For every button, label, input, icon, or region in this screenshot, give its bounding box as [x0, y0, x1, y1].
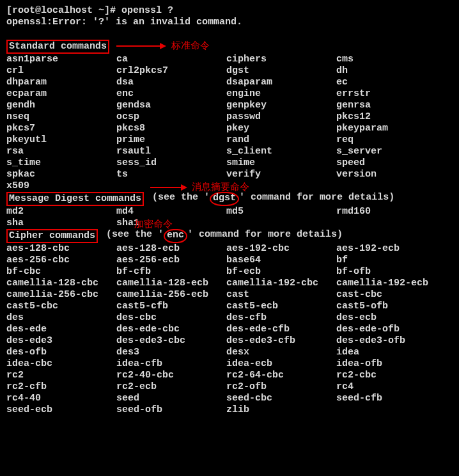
cipher-cmd: idea-cbc: [6, 358, 116, 370]
standard-cmd: dhparam: [6, 77, 116, 88]
cipher-key: enc: [167, 230, 184, 241]
standard-cmd: s_time: [6, 157, 116, 169]
cipher-suffix-post: ' command for more details): [187, 229, 343, 243]
cipher-cmd: [336, 404, 446, 416]
cipher-row: seed-ecbseed-ofbzlib: [6, 404, 453, 416]
cipher-cmd: rc2-40-cbc: [116, 370, 226, 381]
cipher-cmd: seed-ofb: [116, 404, 226, 416]
cipher-header-row: 加密命令 Cipher commands (see the 'enc' comm…: [6, 229, 453, 243]
cipher-cmd: des-ede3: [6, 335, 116, 347]
standard-cmd: x509: [6, 180, 116, 192]
cipher-row: camellia-256-cbccamellia-256-ecbcastcast…: [6, 289, 453, 301]
standard-header: Standard commands: [9, 41, 107, 52]
digest-suffix-post: ' command for more details): [239, 192, 394, 206]
cipher-cmd: base64: [226, 255, 336, 266]
error-line: openssl:Error: '?' is an invalid command…: [6, 17, 453, 28]
cipher-cmd: des-ede-ofb: [336, 324, 446, 335]
dgst-circle: dgst: [210, 192, 239, 206]
cipher-annotation: 加密命令: [134, 218, 173, 230]
standard-annotation: 标准命令: [171, 40, 210, 51]
cipher-cmd: des-cbc: [116, 312, 226, 324]
cipher-row: rc4-40seedseed-cbcseed-cfb: [6, 393, 453, 404]
cipher-cmd: zlib: [226, 404, 336, 416]
cipher-row: des-ede3des-ede3-cbcdes-ede3-cfbdes-ede3…: [6, 335, 453, 347]
cipher-header: Cipher commands: [9, 230, 95, 241]
digest-cmd: md2: [6, 206, 116, 218]
cipher-cmd: des-ede3-cfb: [226, 335, 336, 347]
cipher-cmd: camellia-128-cbc: [6, 278, 116, 289]
digest-header-box: Message Digest commands: [6, 192, 144, 206]
standard-row: nseqocsppasswdpkcs12: [6, 111, 453, 123]
standard-cmd: verify: [226, 169, 336, 180]
cipher-row: des-ofbdes3desxidea: [6, 347, 453, 358]
cipher-cmd: camellia-128-ecb: [116, 278, 226, 289]
cipher-cmd: bf-ofb: [336, 266, 446, 278]
standard-cmd: errstr: [336, 88, 446, 100]
standard-cmd: ecparam: [6, 88, 116, 100]
standard-cmd: spkac: [6, 169, 116, 180]
standard-row: ecparamencengineerrstr: [6, 88, 453, 100]
cipher-cmd: idea-ofb: [336, 358, 446, 370]
cipher-row: desdes-cbcdes-cfbdes-ecb: [6, 312, 453, 324]
cipher-cmd: des3: [116, 347, 226, 358]
standard-cmd: smime: [226, 157, 336, 169]
cipher-cmd: desx: [226, 347, 336, 358]
standard-cmd: pkcs12: [336, 111, 446, 123]
standard-cmd: s_server: [336, 146, 446, 157]
digest-row: shasha1: [6, 218, 453, 229]
cipher-cmd: des-ede-cbc: [116, 324, 226, 335]
cipher-cmd: des-ede3-ofb: [336, 335, 446, 347]
digest-header: Message Digest commands: [9, 193, 141, 204]
standard-cmd: speed: [336, 157, 446, 169]
cipher-cmd: aes-128-ecb: [116, 243, 226, 255]
cipher-cmd: camellia-192-cbc: [226, 278, 336, 289]
standard-row: rsarsautls_clients_server: [6, 146, 453, 157]
enc-circle: enc: [164, 229, 187, 243]
standard-cmd: engine: [226, 88, 336, 100]
standard-cmd: nseq: [6, 111, 116, 123]
standard-cmd: sess_id: [116, 157, 226, 169]
digest-cmd: [226, 218, 336, 229]
standard-row: asn1parsecacipherscms: [6, 54, 453, 65]
cipher-row: rc2-cfbrc2-ecbrc2-ofbrc4: [6, 381, 453, 393]
cipher-cmd: cast-cbc: [336, 289, 446, 301]
standard-cmd: ciphers: [226, 54, 336, 65]
standard-cmd: ts: [116, 169, 226, 180]
standard-cmd: pkcs8: [116, 123, 226, 134]
standard-row: crlcrl2pkcs7dgstdh: [6, 65, 453, 77]
cipher-cmd: seed-cfb: [336, 393, 446, 404]
cipher-header-box: Cipher commands: [6, 229, 98, 243]
cipher-cmd: cast: [226, 289, 336, 301]
standard-row: pkeyutlprimerandreq: [6, 134, 453, 146]
cipher-cmd: camellia-256-cbc: [6, 289, 116, 301]
cipher-cmd: aes-256-cbc: [6, 255, 116, 266]
digest-row: md2md4md5rmd160: [6, 206, 453, 218]
standard-cmd: asn1parse: [6, 54, 116, 65]
cipher-cmd: rc2-cbc: [336, 370, 446, 381]
cipher-row: aes-128-cbcaes-128-ecbaes-192-cbcaes-192…: [6, 243, 453, 255]
cipher-cmd: idea: [336, 347, 446, 358]
cipher-cmd: cast5-ecb: [226, 301, 336, 312]
standard-cmd: version: [336, 169, 446, 180]
cipher-cmd: aes-128-cbc: [6, 243, 116, 255]
standard-cmd: ocsp: [116, 111, 226, 123]
cipher-cmd: rc4: [336, 381, 446, 393]
cipher-cmd: rc2-ofb: [226, 381, 336, 393]
cipher-cmd: seed: [116, 393, 226, 404]
standard-header-box: Standard commands: [6, 40, 109, 54]
standard-header-row: Standard commands 标准命令: [6, 40, 453, 54]
cipher-row: des-ededes-ede-cbcdes-ede-cfbdes-ede-ofb: [6, 324, 453, 335]
standard-cmd: gendh: [6, 100, 116, 111]
standard-commands-block: asn1parsecacipherscmscrlcrl2pkcs7dgstdhd…: [6, 54, 453, 192]
standard-cmd: dgst: [226, 65, 336, 77]
standard-cmd: rsa: [6, 146, 116, 157]
cipher-cmd: cast5-cbc: [6, 301, 116, 312]
cipher-row: aes-256-cbcaes-256-ecbbase64bf: [6, 255, 453, 266]
cipher-cmd: aes-192-ecb: [336, 243, 446, 255]
standard-row: pkcs7pkcs8pkeypkeyparam: [6, 123, 453, 134]
digest-key: dgst: [213, 193, 236, 203]
standard-cmd: prime: [116, 134, 226, 146]
standard-cmd: genrsa: [336, 100, 446, 111]
cipher-cmd: des-ofb: [6, 347, 116, 358]
standard-row: gendhgendsagenpkeygenrsa: [6, 100, 453, 111]
